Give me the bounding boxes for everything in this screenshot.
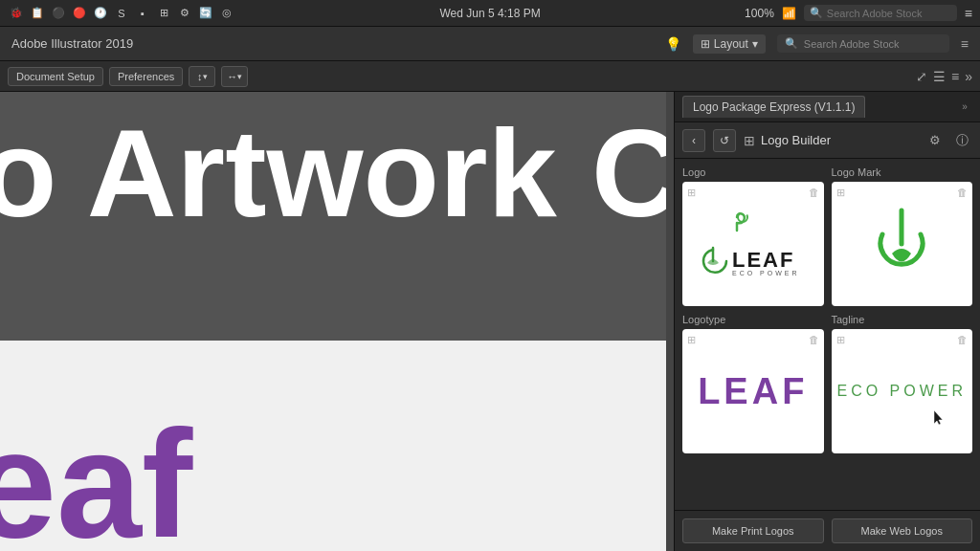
toolbar-expand-icon[interactable]: » [965,69,972,84]
logo-builder-title: Logo Builder [761,133,831,147]
tagline-card-tl-icon: ⊞ [836,334,845,346]
system-icon-3: ⚫ [50,5,67,22]
mark-card-tr-icon: 🗑 [957,187,968,198]
mac-search-input[interactable] [827,8,951,19]
make-print-logos-button[interactable]: Make Print Logos [682,518,824,543]
system-icon-2: 📋 [29,5,46,22]
mac-topbar-right: 100% 📶 🔍 ≡ [745,5,972,21]
mac-search-bar[interactable]: 🔍 [804,5,957,21]
leaf-full-logo: LEAF ECO POWER [696,211,811,276]
mac-search-icon: 🔍 [810,7,823,19]
main-area: o Artwork C eaf Logo Package Express (V1… [0,92,980,551]
system-icon-7: ▪ [134,5,151,22]
document-setup-button[interactable]: Document Setup [8,67,103,86]
panel-header-icons: ⚙ ⓘ [924,130,972,151]
cursor-indicator [932,408,944,430]
canvas-scroll[interactable] [666,92,674,551]
layout-icon: ⊞ [701,37,710,51]
canvas-content: o Artwork C eaf [0,92,674,551]
logo-card-main[interactable]: ⊞ 🗑 [682,182,824,306]
system-icon-8: ⊞ [155,5,172,22]
panel-footer: Make Print Logos Make Web Logos [675,510,980,551]
logo-card-tl-icon: ⊞ [687,187,696,199]
system-icon-11: ◎ [218,5,235,22]
align-icon-btn[interactable]: ↔ ▾ [221,66,248,87]
preferences-button[interactable]: Preferences [109,67,183,86]
logo-col-logotype: Logotype ⊞ 🗑 LEAF [682,314,824,453]
canvas-area: o Artwork C eaf [0,92,674,551]
panel-header: ‹ ↺ ⊞ Logo Builder ⚙ ⓘ [675,122,980,159]
stock-search-placeholder: Search Adobe Stock [804,38,900,50]
mac-topbar: 🐞 📋 ⚫ 🔴 🕐 S ▪ ⊞ ⚙ 🔄 ◎ Wed Jun 5 4:18 PM … [0,0,980,27]
layout-button[interactable]: ⊞ Layout ▾ [693,34,766,54]
system-icon-1: 🐞 [8,5,25,22]
logo-row-2: Logotype ⊞ 🗑 LEAF Tagline ⊞ 🗑 ECO POWER [682,314,972,453]
logo-row-1: Logo ⊞ 🗑 [682,166,972,306]
logo-col-logomark: Logo Mark ⊞ 🗑 [832,166,973,306]
svg-text:ECO POWER: ECO POWER [732,270,800,276]
toolbar-columns-icon[interactable]: ☰ [933,69,946,84]
canvas-bottom-text: eaf [0,408,192,551]
stock-search-bar[interactable]: 🔍 Search Adobe Stock [777,34,949,53]
logo-builder-icon: ⊞ [744,133,755,148]
svg-text:LEAF: LEAF [732,248,794,272]
mac-time: Wed Jun 5 4:18 PM [439,7,540,20]
logotype-card-tr-icon: 🗑 [809,334,819,345]
system-icon-5: 🕐 [92,5,109,22]
canvas-bottom-section: eaf [0,341,674,551]
mark-card-tl-icon: ⊞ [836,187,845,199]
purple-text: eaf [0,398,192,551]
app-title: Adobe Illustrator 2019 [11,36,133,51]
battery-status: 100% [745,7,774,20]
logo-label: Logo [682,166,824,178]
back-icon: ‹ [692,134,696,147]
toolbar-right-icons: ⤢ ☰ ≡ » [916,69,972,84]
tagline-label: Tagline [832,314,973,325]
system-icon-6: S [113,5,130,22]
settings-icon[interactable]: ⚙ [924,130,946,151]
panel-collapse-btn[interactable]: » [957,99,972,115]
tagline-text-content: ECO POWER [836,383,967,400]
logotype-label: Logotype [682,314,824,325]
logo-mark-svg [863,201,940,287]
align-chevron: ▾ [237,72,242,81]
tagline-card-tr-icon: 🗑 [957,334,968,345]
align-icon: ↔ [227,71,237,82]
panel-tab-logo-package[interactable]: Logo Package Express (V1.1.1) [682,96,865,118]
panel-tab-bar: Logo Package Express (V1.1.1) » [675,92,980,122]
logo-grid: Logo ⊞ 🗑 [675,159,980,510]
stock-search-icon: 🔍 [785,37,798,50]
mac-topbar-center: Wed Jun 5 4:18 PM [439,7,540,20]
leaf-logo-svg-icon [729,211,777,238]
logomark-label: Logo Mark [832,166,973,178]
columns-icon[interactable]: ≡ [961,36,969,52]
mac-topbar-left: 🐞 📋 ⚫ 🔴 🕐 S ▪ ⊞ ⚙ 🔄 ◎ [8,5,235,22]
bulb-icon[interactable]: 💡 [665,36,681,52]
make-web-logos-button[interactable]: Make Web Logos [832,518,973,543]
logotype-text: LEAF [698,371,808,412]
mac-icons-row: 🐞 📋 ⚫ 🔴 🕐 S ▪ ⊞ ⚙ 🔄 ◎ [8,5,235,22]
panel-title: ⊞ Logo Builder [744,133,917,148]
refresh-button[interactable]: ↺ [713,129,736,152]
logo-card-mark[interactable]: ⊞ 🗑 [832,182,973,306]
system-icon-4: 🔴 [71,5,88,22]
transform-chevron: ▾ [203,72,208,81]
app-topbar-right: 💡 ⊞ Layout ▾ 🔍 Search Adobe Stock ≡ [665,34,969,54]
logo-card-logotype[interactable]: ⊞ 🗑 LEAF [682,329,824,453]
expand-icon[interactable]: ⤢ [916,69,927,84]
right-panel: Logo Package Express (V1.1.1) » ‹ ↺ ⊞ Lo… [674,92,980,551]
back-button[interactable]: ‹ [682,129,705,152]
system-icon-10: 🔄 [197,5,214,22]
canvas-top-text: o Artwork C [0,111,674,235]
toolbar-row: Document Setup Preferences ↕ ▾ ↔ ▾ ⤢ ☰ ≡… [0,61,980,92]
logo-col-tagline: Tagline ⊞ 🗑 ECO POWER [832,314,973,453]
logo-card-tr-icon: 🗑 [809,187,819,198]
layout-chevron: ▾ [752,37,758,51]
logo-card-tagline[interactable]: ⊞ 🗑 ECO POWER [832,329,973,453]
info-icon[interactable]: ⓘ [951,130,972,151]
logotype-card-tl-icon: ⊞ [687,334,696,346]
transform-icon-btn[interactable]: ↕ ▾ [189,66,215,87]
menu-icon[interactable]: ≡ [965,6,972,21]
toolbar-panel-icon[interactable]: ≡ [951,69,959,84]
refresh-icon: ↺ [720,134,729,147]
